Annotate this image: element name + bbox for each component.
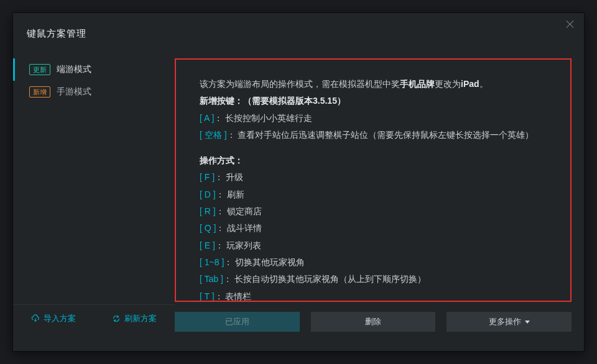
keybinding-desc: ： 长按自动切换其他玩家视角（从上到下顺序切换） [223, 274, 426, 284]
sidebar-tag: 更新 [29, 64, 50, 75]
keybinding-key: [ D ] [200, 189, 216, 199]
sidebar-item-label: 手游模式 [57, 86, 91, 98]
keybinding-row: [ R ]： 锁定商店 [200, 203, 547, 220]
keybinding-desc: ： 战斗详情 [216, 223, 262, 233]
keybinding-desc: ： 表情栏 [215, 291, 252, 301]
sidebar-item-1[interactable]: 新增手游模式 [25, 81, 162, 103]
delete-button[interactable]: 删除 [311, 312, 436, 332]
refresh-scheme-button[interactable]: 刷新方案 [94, 313, 175, 324]
keybinding-key: [ Q ] [200, 223, 216, 233]
sidebar-item-0[interactable]: 更新端游模式 [25, 58, 162, 81]
scheme-detail-panel: 该方案为端游布局的操作模式，需在模拟器机型中奖手机品牌更改为iPad。 新增按键… [175, 58, 572, 302]
new-keys-note: （需要模拟器版本3.5.15） [243, 96, 346, 106]
keybinding-key: [ 1~8 ] [200, 257, 224, 267]
new-keys-heading: 新增按键：（需要模拟器版本3.5.15） [200, 93, 547, 109]
import-scheme-button[interactable]: 导入方案 [13, 313, 94, 324]
keybinding-key: [ 空格 ] [200, 130, 227, 140]
modal-body: 更新端游模式新增手游模式 导入方案 刷新方案 该方案为端游布局的操作模式，需在模… [13, 58, 584, 332]
intro-prefix: 该方案为端游布局的操作模式，需在模拟器机型中奖 [200, 79, 400, 89]
new-keys-label: 新增按键： [200, 96, 243, 106]
keybinding-key: [ T ] [200, 291, 215, 301]
sidebar-footer: 导入方案 刷新方案 [13, 304, 175, 332]
keybinding-key: [ A ] [200, 113, 214, 123]
keybinding-row: [ 空格 ]： 查看对手站位后迅速调整棋子站位（需要先保持鼠标左键长按选择一个英… [200, 127, 547, 143]
keybinding-row: [ 1~8 ]： 切换其他玩家视角 [200, 254, 547, 271]
refresh-icon [112, 314, 121, 323]
import-label: 导入方案 [44, 313, 76, 324]
keybinding-desc: ： 升级 [215, 172, 243, 182]
more-actions-label: 更多操作 [489, 316, 521, 327]
sidebar-tag: 新增 [29, 86, 50, 98]
keybinding-row: [ D ]： 刷新 [200, 186, 547, 203]
more-actions-button[interactable]: 更多操作 [447, 312, 572, 332]
keybinding-key: [ F ] [200, 172, 215, 182]
keybinding-row: [ T ]： 表情栏 [200, 288, 547, 302]
modal-title: 键鼠方案管理 [13, 13, 584, 40]
ops-label: 操作方式： [200, 155, 243, 165]
intro-mid: 更改为 [435, 79, 461, 89]
intro-suffix: 。 [479, 79, 488, 89]
keybinding-row: [ Q ]： 战斗详情 [200, 220, 547, 237]
keybinding-desc: ： 长按控制小小英雄行走 [214, 113, 312, 123]
keybinding-key: [ E ] [200, 240, 215, 250]
keybinding-key: [ Tab ] [200, 274, 223, 284]
keybinding-desc: ： 锁定商店 [216, 206, 262, 216]
detail-intro: 该方案为端游布局的操作模式，需在模拟器机型中奖手机品牌更改为iPad。 [200, 76, 547, 93]
keybinding-desc: ： 刷新 [216, 189, 244, 199]
ops-heading: 操作方式： [200, 152, 547, 169]
intro-hl1: 手机品牌 [400, 79, 435, 89]
sidebar-item-label: 端游模式 [57, 64, 91, 75]
scheme-manager-modal: 键鼠方案管理 更新端游模式新增手游模式 导入方案 刷新方案 该方案为端游布局的操… [12, 12, 585, 352]
keybinding-row: [ F ]： 升级 [200, 169, 547, 186]
scheme-content: 该方案为端游布局的操作模式，需在模拟器机型中奖手机品牌更改为iPad。 新增按键… [175, 58, 584, 332]
chevron-down-icon [525, 321, 530, 324]
intro-hl2: iPad [461, 79, 479, 89]
keybinding-row: [ A ]： 长按控制小小英雄行走 [200, 110, 547, 127]
cloud-download-icon [31, 314, 40, 323]
keybinding-desc: ： 玩家列表 [215, 240, 261, 250]
scheme-sidebar: 更新端游模式新增手游模式 导入方案 刷新方案 [13, 58, 175, 332]
refresh-label: 刷新方案 [124, 313, 157, 324]
keybinding-desc: ： 切换其他玩家视角 [224, 257, 305, 267]
keybinding-key: [ R ] [200, 206, 216, 216]
keybinding-desc: ： 查看对手站位后迅速调整棋子站位（需要先保持鼠标左键长按选择一个英雄） [227, 130, 534, 140]
action-row: 已应用 删除 更多操作 [175, 312, 572, 332]
keybinding-row: [ E ]： 玩家列表 [200, 237, 547, 254]
keybinding-row: [ Tab ]： 长按自动切换其他玩家视角（从上到下顺序切换） [200, 271, 547, 288]
applied-button: 已应用 [175, 312, 300, 332]
close-icon[interactable] [564, 18, 576, 30]
